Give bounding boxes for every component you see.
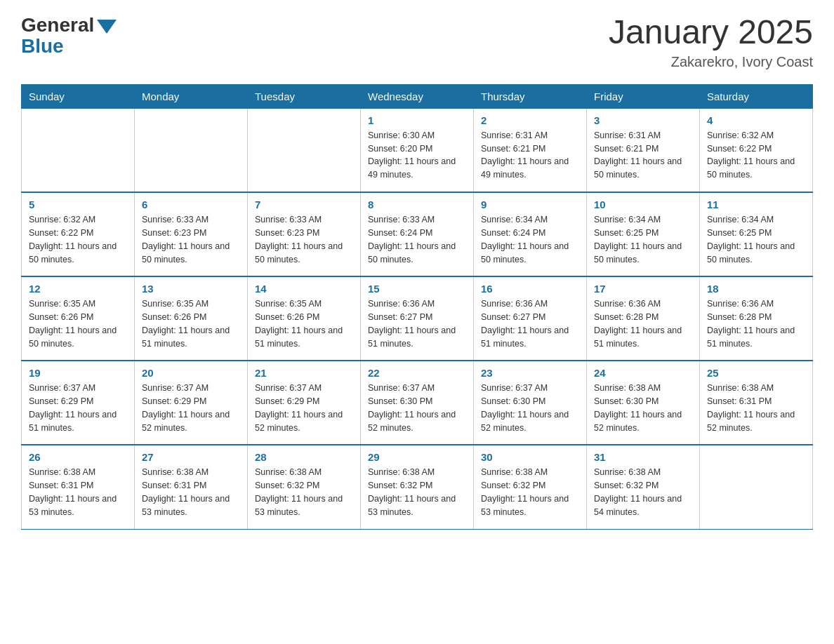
day-info: Sunrise: 6:37 AMSunset: 6:29 PMDaylight:… <box>142 382 240 434</box>
day-info: Sunrise: 6:32 AMSunset: 6:22 PMDaylight:… <box>29 213 127 266</box>
calendar-cell <box>135 108 248 192</box>
day-info: Sunrise: 6:33 AMSunset: 6:23 PMDaylight:… <box>255 213 353 266</box>
calendar-cell: 23Sunrise: 6:37 AMSunset: 6:30 PMDayligh… <box>474 361 587 445</box>
day-number: 25 <box>707 367 805 379</box>
calendar-cell: 6Sunrise: 6:33 AMSunset: 6:23 PMDaylight… <box>135 192 248 276</box>
day-info: Sunrise: 6:38 AMSunset: 6:31 PMDaylight:… <box>707 382 805 434</box>
column-header-sunday: Sunday <box>22 84 135 108</box>
calendar-cell: 14Sunrise: 6:35 AMSunset: 6:26 PMDayligh… <box>248 276 361 361</box>
day-info: Sunrise: 6:31 AMSunset: 6:21 PMDaylight:… <box>481 129 579 182</box>
title-section: January 2025 Zakarekro, Ivory Coast <box>609 14 813 70</box>
calendar-cell: 10Sunrise: 6:34 AMSunset: 6:25 PMDayligh… <box>587 192 700 276</box>
day-number: 6 <box>142 199 240 210</box>
day-number: 19 <box>29 367 127 379</box>
calendar-cell: 21Sunrise: 6:37 AMSunset: 6:29 PMDayligh… <box>248 361 361 445</box>
day-info: Sunrise: 6:38 AMSunset: 6:32 PMDaylight:… <box>255 466 353 518</box>
day-info: Sunrise: 6:36 AMSunset: 6:27 PMDaylight:… <box>481 297 579 350</box>
day-number: 16 <box>481 283 579 295</box>
calendar-cell: 29Sunrise: 6:38 AMSunset: 6:32 PMDayligh… <box>361 445 474 529</box>
day-info: Sunrise: 6:37 AMSunset: 6:30 PMDaylight:… <box>368 382 466 434</box>
calendar-cell: 3Sunrise: 6:31 AMSunset: 6:21 PMDaylight… <box>587 108 700 192</box>
day-number: 14 <box>255 283 353 295</box>
day-number: 27 <box>142 451 240 463</box>
logo-general-text: General <box>21 14 94 36</box>
column-header-thursday: Thursday <box>474 84 587 108</box>
calendar-cell: 18Sunrise: 6:36 AMSunset: 6:28 PMDayligh… <box>700 276 813 361</box>
day-info: Sunrise: 6:31 AMSunset: 6:21 PMDaylight:… <box>594 129 692 182</box>
day-info: Sunrise: 6:36 AMSunset: 6:27 PMDaylight:… <box>368 297 466 350</box>
main-title: January 2025 <box>609 14 813 51</box>
day-number: 20 <box>142 367 240 379</box>
day-info: Sunrise: 6:35 AMSunset: 6:26 PMDaylight:… <box>255 297 353 350</box>
calendar-cell: 31Sunrise: 6:38 AMSunset: 6:32 PMDayligh… <box>587 445 700 529</box>
day-number: 9 <box>481 199 579 210</box>
day-number: 11 <box>707 199 805 210</box>
calendar-week-row: 5Sunrise: 6:32 AMSunset: 6:22 PMDaylight… <box>22 192 813 276</box>
calendar-cell: 27Sunrise: 6:38 AMSunset: 6:31 PMDayligh… <box>135 445 248 529</box>
day-number: 13 <box>142 283 240 295</box>
calendar-cell: 26Sunrise: 6:38 AMSunset: 6:31 PMDayligh… <box>22 445 135 529</box>
day-number: 10 <box>594 199 692 210</box>
calendar-cell: 17Sunrise: 6:36 AMSunset: 6:28 PMDayligh… <box>587 276 700 361</box>
calendar-cell: 9Sunrise: 6:34 AMSunset: 6:24 PMDaylight… <box>474 192 587 276</box>
calendar-cell: 28Sunrise: 6:38 AMSunset: 6:32 PMDayligh… <box>248 445 361 529</box>
calendar-cell: 11Sunrise: 6:34 AMSunset: 6:25 PMDayligh… <box>700 192 813 276</box>
day-info: Sunrise: 6:37 AMSunset: 6:30 PMDaylight:… <box>481 382 579 434</box>
logo: General Blue <box>21 14 117 58</box>
day-number: 7 <box>255 199 353 210</box>
day-info: Sunrise: 6:37 AMSunset: 6:29 PMDaylight:… <box>29 382 127 434</box>
day-info: Sunrise: 6:33 AMSunset: 6:24 PMDaylight:… <box>368 213 466 266</box>
day-number: 23 <box>481 367 579 379</box>
day-info: Sunrise: 6:34 AMSunset: 6:25 PMDaylight:… <box>594 213 692 266</box>
calendar-week-row: 19Sunrise: 6:37 AMSunset: 6:29 PMDayligh… <box>22 361 813 445</box>
day-number: 1 <box>368 114 466 126</box>
column-header-saturday: Saturday <box>700 84 813 108</box>
day-info: Sunrise: 6:32 AMSunset: 6:22 PMDaylight:… <box>707 129 805 182</box>
day-number: 12 <box>29 283 127 295</box>
day-number: 18 <box>707 283 805 295</box>
calendar-cell <box>700 445 813 529</box>
day-number: 30 <box>481 451 579 463</box>
day-number: 3 <box>594 114 692 126</box>
page-header: General Blue January 2025 Zakarekro, Ivo… <box>21 14 813 70</box>
day-info: Sunrise: 6:35 AMSunset: 6:26 PMDaylight:… <box>142 297 240 350</box>
day-info: Sunrise: 6:36 AMSunset: 6:28 PMDaylight:… <box>594 297 692 350</box>
column-header-friday: Friday <box>587 84 700 108</box>
calendar-week-row: 12Sunrise: 6:35 AMSunset: 6:26 PMDayligh… <box>22 276 813 361</box>
calendar-cell: 1Sunrise: 6:30 AMSunset: 6:20 PMDaylight… <box>361 108 474 192</box>
day-info: Sunrise: 6:30 AMSunset: 6:20 PMDaylight:… <box>368 129 466 182</box>
calendar-week-row: 1Sunrise: 6:30 AMSunset: 6:20 PMDaylight… <box>22 108 813 192</box>
calendar-cell: 13Sunrise: 6:35 AMSunset: 6:26 PMDayligh… <box>135 276 248 361</box>
calendar-cell: 20Sunrise: 6:37 AMSunset: 6:29 PMDayligh… <box>135 361 248 445</box>
calendar-cell: 19Sunrise: 6:37 AMSunset: 6:29 PMDayligh… <box>22 361 135 445</box>
day-info: Sunrise: 6:35 AMSunset: 6:26 PMDaylight:… <box>29 297 127 350</box>
calendar-week-row: 26Sunrise: 6:38 AMSunset: 6:31 PMDayligh… <box>22 445 813 529</box>
day-number: 22 <box>368 367 466 379</box>
day-number: 17 <box>594 283 692 295</box>
logo-arrow-icon <box>97 20 117 34</box>
day-info: Sunrise: 6:34 AMSunset: 6:25 PMDaylight:… <box>707 213 805 266</box>
day-info: Sunrise: 6:38 AMSunset: 6:30 PMDaylight:… <box>594 382 692 434</box>
day-info: Sunrise: 6:34 AMSunset: 6:24 PMDaylight:… <box>481 213 579 266</box>
day-info: Sunrise: 6:33 AMSunset: 6:23 PMDaylight:… <box>142 213 240 266</box>
calendar-cell: 16Sunrise: 6:36 AMSunset: 6:27 PMDayligh… <box>474 276 587 361</box>
calendar-cell: 2Sunrise: 6:31 AMSunset: 6:21 PMDaylight… <box>474 108 587 192</box>
column-header-wednesday: Wednesday <box>361 84 474 108</box>
calendar-table: SundayMondayTuesdayWednesdayThursdayFrid… <box>21 84 813 530</box>
day-number: 31 <box>594 451 692 463</box>
logo-blue-text: Blue <box>21 35 64 58</box>
calendar-header-row: SundayMondayTuesdayWednesdayThursdayFrid… <box>22 84 813 108</box>
day-info: Sunrise: 6:37 AMSunset: 6:29 PMDaylight:… <box>255 382 353 434</box>
calendar-cell: 22Sunrise: 6:37 AMSunset: 6:30 PMDayligh… <box>361 361 474 445</box>
day-number: 15 <box>368 283 466 295</box>
day-number: 29 <box>368 451 466 463</box>
day-number: 2 <box>481 114 579 126</box>
day-number: 8 <box>368 199 466 210</box>
calendar-cell: 25Sunrise: 6:38 AMSunset: 6:31 PMDayligh… <box>700 361 813 445</box>
calendar-cell: 4Sunrise: 6:32 AMSunset: 6:22 PMDaylight… <box>700 108 813 192</box>
day-info: Sunrise: 6:38 AMSunset: 6:31 PMDaylight:… <box>142 466 240 518</box>
day-info: Sunrise: 6:38 AMSunset: 6:32 PMDaylight:… <box>368 466 466 518</box>
calendar-cell: 8Sunrise: 6:33 AMSunset: 6:24 PMDaylight… <box>361 192 474 276</box>
calendar-cell: 5Sunrise: 6:32 AMSunset: 6:22 PMDaylight… <box>22 192 135 276</box>
day-info: Sunrise: 6:36 AMSunset: 6:28 PMDaylight:… <box>707 297 805 350</box>
